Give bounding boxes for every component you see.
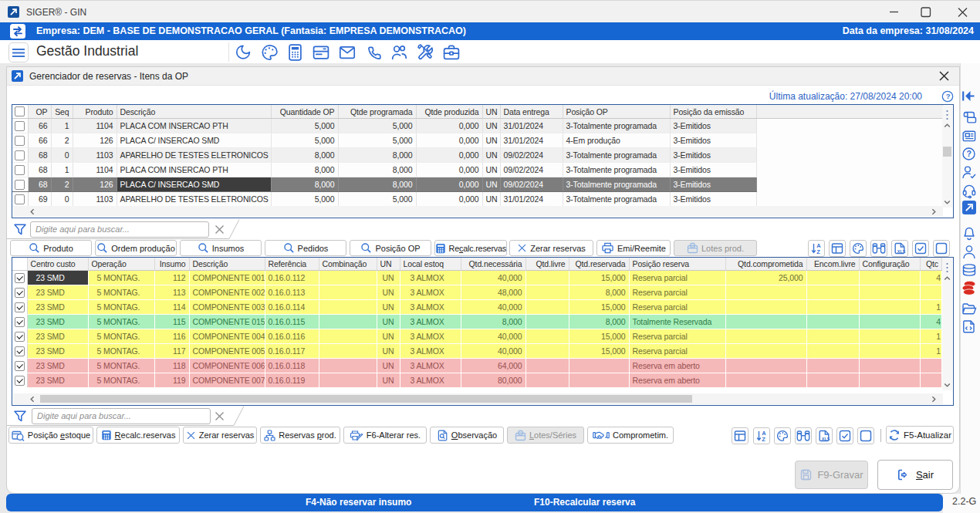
svg-text:?: ?	[967, 149, 972, 158]
